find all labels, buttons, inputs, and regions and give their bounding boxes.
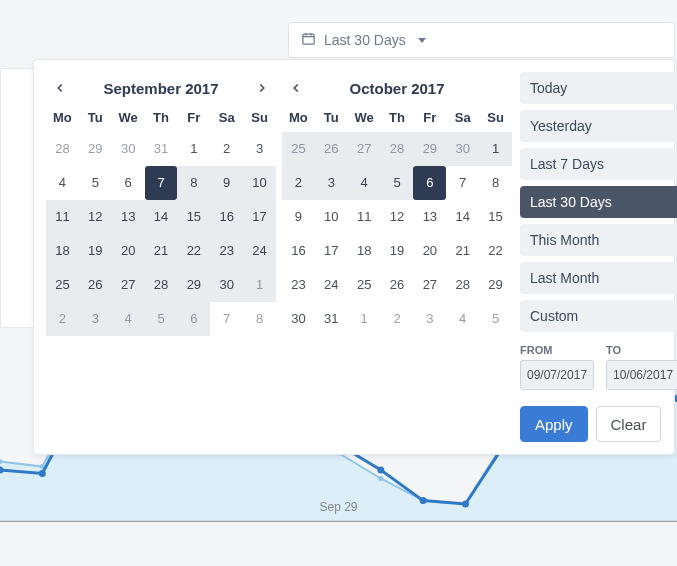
day-cell[interactable]: 17 (315, 234, 348, 268)
day-cell[interactable]: 25 (282, 132, 315, 166)
day-cell[interactable]: 21 (446, 234, 479, 268)
preset-last7[interactable]: Last 7 Days (520, 148, 677, 180)
day-cell[interactable]: 5 (79, 166, 112, 200)
day-cell[interactable]: 25 (348, 268, 381, 302)
prev-month-button-right[interactable] (282, 74, 310, 102)
day-cell[interactable]: 3 (243, 132, 276, 166)
day-cell[interactable]: 28 (46, 132, 79, 166)
day-cell[interactable]: 22 (177, 234, 210, 268)
day-cell[interactable]: 4 (46, 166, 79, 200)
day-cell[interactable]: 3 (79, 302, 112, 336)
day-cell[interactable]: 2 (46, 302, 79, 336)
day-cell[interactable]: 20 (413, 234, 446, 268)
day-cell[interactable]: 4 (112, 302, 145, 336)
day-cell[interactable]: 29 (479, 268, 512, 302)
clear-button[interactable]: Clear (596, 406, 662, 442)
day-cell[interactable]: 15 (479, 200, 512, 234)
day-cell[interactable]: 5 (145, 302, 178, 336)
day-cell[interactable]: 4 (446, 302, 479, 336)
day-cell[interactable]: 21 (145, 234, 178, 268)
day-cell[interactable]: 3 (413, 302, 446, 336)
day-cell[interactable]: 5 (381, 166, 414, 200)
day-cell[interactable]: 7 (446, 166, 479, 200)
day-cell[interactable]: 27 (413, 268, 446, 302)
day-cell[interactable]: 1 (479, 132, 512, 166)
day-cell[interactable]: 26 (315, 132, 348, 166)
day-cell[interactable]: 29 (413, 132, 446, 166)
day-cell[interactable]: 6 (177, 302, 210, 336)
day-cell[interactable]: 19 (381, 234, 414, 268)
day-cell[interactable]: 7 (145, 166, 178, 200)
day-cell[interactable]: 16 (210, 200, 243, 234)
day-cell[interactable]: 11 (348, 200, 381, 234)
day-cell[interactable]: 20 (112, 234, 145, 268)
day-cell[interactable]: 9 (282, 200, 315, 234)
day-cell[interactable]: 22 (479, 234, 512, 268)
day-cell[interactable]: 15 (177, 200, 210, 234)
day-cell[interactable]: 24 (243, 234, 276, 268)
day-cell[interactable]: 18 (348, 234, 381, 268)
day-cell[interactable]: 6 (112, 166, 145, 200)
day-cell[interactable]: 18 (46, 234, 79, 268)
day-cell[interactable]: 2 (282, 166, 315, 200)
day-cell[interactable]: 23 (282, 268, 315, 302)
prev-month-button[interactable] (46, 74, 74, 102)
day-cell[interactable]: 13 (112, 200, 145, 234)
day-cell[interactable]: 7 (210, 302, 243, 336)
day-cell[interactable]: 8 (177, 166, 210, 200)
day-cell[interactable]: 1 (177, 132, 210, 166)
day-cell[interactable]: 2 (381, 302, 414, 336)
preset-last30[interactable]: Last 30 Days (520, 186, 677, 218)
day-cell[interactable]: 28 (381, 132, 414, 166)
day-cell[interactable]: 10 (243, 166, 276, 200)
day-cell[interactable]: 6 (413, 166, 446, 200)
day-cell[interactable]: 8 (243, 302, 276, 336)
day-cell[interactable]: 24 (315, 268, 348, 302)
from-date-input[interactable] (520, 360, 594, 390)
day-cell[interactable]: 30 (282, 302, 315, 336)
day-cell[interactable]: 1 (348, 302, 381, 336)
day-cell[interactable]: 3 (315, 166, 348, 200)
day-cell[interactable]: 30 (112, 132, 145, 166)
day-cell[interactable]: 12 (381, 200, 414, 234)
preset-yesterday[interactable]: Yesterday (520, 110, 677, 142)
to-date-input[interactable] (606, 360, 677, 390)
day-cell[interactable]: 8 (479, 166, 512, 200)
day-cell[interactable]: 29 (79, 132, 112, 166)
day-cell[interactable]: 14 (145, 200, 178, 234)
day-cell[interactable]: 26 (79, 268, 112, 302)
preset-today[interactable]: Today (520, 72, 677, 104)
day-cell[interactable]: 29 (177, 268, 210, 302)
day-cell[interactable]: 26 (381, 268, 414, 302)
day-cell[interactable]: 12 (79, 200, 112, 234)
preset-this-month[interactable]: This Month (520, 224, 677, 256)
day-cell[interactable]: 27 (112, 268, 145, 302)
day-cell[interactable]: 14 (446, 200, 479, 234)
date-range-toggle[interactable]: Last 30 Days (288, 22, 675, 58)
day-cell[interactable]: 5 (479, 302, 512, 336)
day-cell[interactable]: 2 (210, 132, 243, 166)
preset-custom[interactable]: Custom (520, 300, 677, 332)
day-cell[interactable]: 30 (210, 268, 243, 302)
dow-cell: Fr (413, 104, 446, 132)
day-cell[interactable]: 31 (315, 302, 348, 336)
day-cell[interactable]: 27 (348, 132, 381, 166)
apply-button[interactable]: Apply (520, 406, 588, 442)
day-cell[interactable]: 16 (282, 234, 315, 268)
day-cell[interactable]: 28 (446, 268, 479, 302)
day-cell[interactable]: 31 (145, 132, 178, 166)
day-cell[interactable]: 11 (46, 200, 79, 234)
day-cell[interactable]: 23 (210, 234, 243, 268)
day-cell[interactable]: 1 (243, 268, 276, 302)
day-cell[interactable]: 30 (446, 132, 479, 166)
preset-last-month[interactable]: Last Month (520, 262, 677, 294)
day-cell[interactable]: 9 (210, 166, 243, 200)
day-cell[interactable]: 4 (348, 166, 381, 200)
day-cell[interactable]: 17 (243, 200, 276, 234)
day-cell[interactable]: 13 (413, 200, 446, 234)
day-cell[interactable]: 10 (315, 200, 348, 234)
day-cell[interactable]: 28 (145, 268, 178, 302)
day-cell[interactable]: 25 (46, 268, 79, 302)
day-cell[interactable]: 19 (79, 234, 112, 268)
next-month-button-left[interactable] (248, 74, 276, 102)
